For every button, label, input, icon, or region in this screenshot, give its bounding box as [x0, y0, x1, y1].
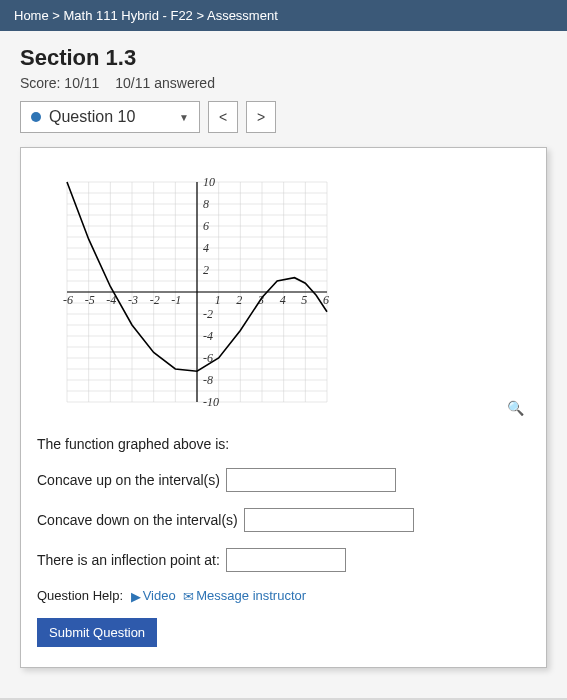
- svg-text:-4: -4: [203, 329, 213, 343]
- submit-question-button[interactable]: Submit Question: [37, 618, 157, 647]
- chevron-down-icon: ▼: [179, 112, 189, 123]
- concave-up-label: Concave up on the interval(s): [37, 472, 220, 488]
- svg-text:-3: -3: [128, 293, 138, 307]
- concave-down-input[interactable]: [244, 508, 414, 532]
- question-selector-label: Question 10: [49, 108, 135, 126]
- svg-text:-2: -2: [150, 293, 160, 307]
- video-link-label: Video: [143, 588, 176, 603]
- answered-count: 10/11 answered: [115, 75, 215, 91]
- prev-question-button[interactable]: <: [208, 101, 238, 133]
- next-question-button[interactable]: >: [246, 101, 276, 133]
- inflection-input[interactable]: [226, 548, 346, 572]
- svg-text:4: 4: [203, 241, 209, 255]
- score-label: Score:: [20, 75, 60, 91]
- mail-icon: ✉: [183, 589, 194, 604]
- svg-text:6: 6: [203, 219, 209, 233]
- status-dot-icon: [31, 112, 41, 122]
- svg-text:-10: -10: [203, 395, 219, 409]
- svg-text:8: 8: [203, 197, 209, 211]
- breadcrumb-home[interactable]: Home: [14, 8, 49, 23]
- help-label: Question Help:: [37, 588, 123, 603]
- svg-text:-6: -6: [63, 293, 73, 307]
- svg-text:6: 6: [323, 293, 329, 307]
- svg-text:5: 5: [301, 293, 307, 307]
- svg-text:10: 10: [203, 175, 215, 189]
- question-prompt: The function graphed above is:: [37, 436, 530, 452]
- svg-text:-1: -1: [171, 293, 181, 307]
- score-line: Score: 10/11 10/11 answered: [20, 75, 547, 91]
- breadcrumb-sep: >: [49, 8, 64, 23]
- breadcrumb-page[interactable]: Assessment: [207, 8, 278, 23]
- score-value: 10/11: [64, 75, 99, 91]
- svg-text:-8: -8: [203, 373, 213, 387]
- graph-container: -6-5-4-3-2-1123456-10-8-6-4-2246810 🔍: [47, 162, 530, 422]
- concave-down-label: Concave down on the interval(s): [37, 512, 238, 528]
- svg-text:-2: -2: [203, 307, 213, 321]
- question-selector[interactable]: Question 10 ▼: [20, 101, 200, 133]
- question-body: -6-5-4-3-2-1123456-10-8-6-4-2246810 🔍 Th…: [20, 147, 547, 668]
- function-graph: -6-5-4-3-2-1123456-10-8-6-4-2246810: [47, 162, 347, 422]
- magnify-icon[interactable]: 🔍: [507, 400, 524, 416]
- help-line: Question Help: ▶Video ✉Message instructo…: [37, 588, 530, 604]
- section-title: Section 1.3: [20, 45, 547, 71]
- video-help-link[interactable]: ▶Video: [131, 588, 180, 603]
- inflection-label: There is an inflection point at:: [37, 552, 220, 568]
- breadcrumb: Home > Math 111 Hybrid - F22 > Assessmen…: [0, 0, 567, 31]
- svg-text:4: 4: [280, 293, 286, 307]
- concave-up-input[interactable]: [226, 468, 396, 492]
- svg-text:2: 2: [236, 293, 242, 307]
- svg-text:2: 2: [203, 263, 209, 277]
- svg-text:1: 1: [215, 293, 221, 307]
- message-link-label: Message instructor: [196, 588, 306, 603]
- video-icon: ▶: [131, 589, 141, 604]
- breadcrumb-course[interactable]: Math 111 Hybrid - F22: [64, 8, 193, 23]
- breadcrumb-sep: >: [193, 8, 207, 23]
- svg-text:-5: -5: [85, 293, 95, 307]
- message-instructor-link[interactable]: ✉Message instructor: [183, 588, 306, 603]
